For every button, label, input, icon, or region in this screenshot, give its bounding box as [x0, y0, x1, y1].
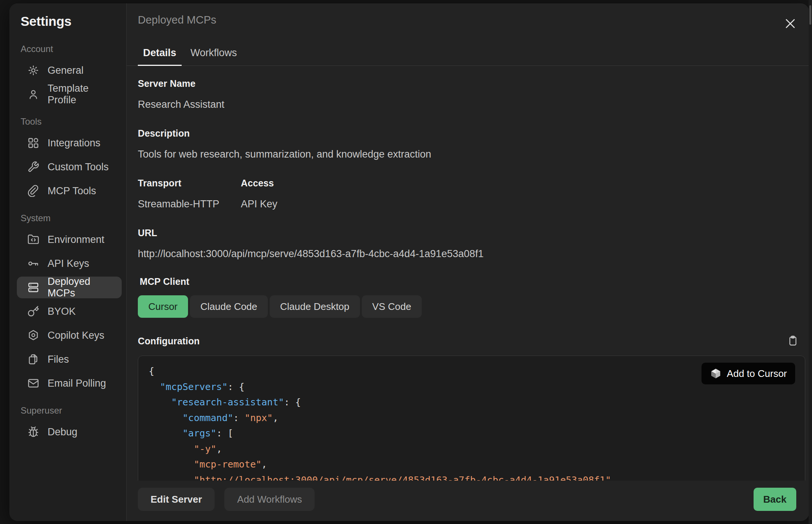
folder-code-icon: [27, 234, 39, 246]
mcp-client-option-claude-code[interactable]: Claude Code: [190, 295, 268, 318]
deployed-mcps-panel: Deployed MCPs Details Workflows Server N…: [127, 3, 809, 521]
url-group: URL http://localhost:3000/api/mcp/serve/…: [138, 228, 805, 260]
add-to-cursor-button[interactable]: Add to Cursor: [702, 363, 795, 384]
settings-title: Settings: [21, 14, 122, 29]
mcp-client-option-vs-code[interactable]: VS Code: [362, 295, 422, 318]
access-label: Access: [241, 178, 278, 189]
paperclip-icon: [27, 185, 39, 197]
sidebar-item-environment[interactable]: Environment: [17, 229, 122, 250]
configuration-json: { "mcpServers": { "research-assistant": …: [149, 363, 794, 481]
sidebar-item-label: Environment: [48, 234, 104, 246]
user-icon: [27, 88, 39, 100]
panel-footer: Edit Server Add Workflows Back: [127, 481, 809, 521]
access-column: Access API Key: [241, 178, 278, 210]
description-value: Tools for web research, summarization, a…: [138, 149, 805, 160]
code-line: "research-assistant": {: [149, 394, 794, 410]
code-line: "mcpServers": {: [149, 379, 794, 395]
mcp-client-option-claude-desktop[interactable]: Claude Desktop: [270, 295, 360, 318]
server-icon: [27, 281, 39, 293]
details-content: Server Name Research Assistant Descripti…: [127, 66, 809, 481]
mail-icon: [27, 377, 39, 389]
sidebar-item-files[interactable]: Files: [17, 348, 122, 370]
description-label: Description: [138, 128, 805, 139]
sidebar-section-superuser: Superuser: [21, 405, 122, 416]
code-line: "command": "npx",: [149, 410, 794, 426]
sidebar-section-account: Account: [21, 44, 122, 54]
sidebar-item-label: Email Polling: [48, 378, 106, 389]
sidebar-item-deployed-mcps[interactable]: Deployed MCPs: [17, 277, 122, 298]
tab-details[interactable]: Details: [138, 42, 182, 66]
description-group: Description Tools for web research, summ…: [138, 128, 805, 160]
tab-workflows[interactable]: Workflows: [185, 42, 242, 66]
settings-sidebar: Settings AccountGeneralTemplate ProfileT…: [9, 3, 127, 521]
sidebar-item-label: General: [48, 65, 84, 76]
copy-configuration-button[interactable]: [786, 333, 800, 349]
cursor-logo-icon: [710, 368, 722, 380]
add-to-cursor-label: Add to Cursor: [727, 368, 787, 380]
server-name-label: Server Name: [138, 78, 805, 89]
transport-column: Transport Streamable-HTTP: [138, 178, 241, 210]
sidebar-item-label: Custom Tools: [48, 161, 109, 173]
sidebar-section-tools: Tools: [21, 116, 122, 127]
sidebar-item-label: Integrations: [48, 137, 100, 149]
code-line: "http://localhost:3000/api/mcp/serve/485…: [149, 472, 794, 481]
configuration-label: Configuration: [138, 336, 200, 347]
code-line: "-y",: [149, 441, 794, 457]
code-line: {: [149, 363, 794, 379]
sidebar-item-integrations[interactable]: Integrations: [17, 132, 122, 154]
mcp-client-label: MCP Client: [140, 276, 805, 287]
sidebar-item-label: BYOK: [48, 306, 76, 317]
sidebar-item-general[interactable]: General: [17, 60, 122, 81]
sidebar-item-custom-tools[interactable]: Custom Tools: [17, 156, 122, 178]
tab-bar: Details Workflows: [127, 42, 809, 66]
edit-server-button[interactable]: Edit Server: [138, 488, 215, 511]
gear-icon: [27, 64, 39, 76]
url-label: URL: [138, 228, 805, 238]
sidebar-item-email-polling[interactable]: Email Polling: [17, 372, 122, 394]
panel-header: Deployed MCPs: [127, 3, 809, 34]
back-button[interactable]: Back: [754, 488, 796, 511]
sidebar-item-label: Debug: [48, 426, 78, 438]
sidebar-item-label: Template Profile: [48, 83, 115, 106]
bug-icon: [27, 426, 39, 438]
key-round-icon: [27, 305, 39, 317]
page-scrollbar[interactable]: [809, 0, 812, 524]
transport-label: Transport: [138, 178, 241, 189]
blocks-icon: [27, 137, 39, 149]
url-value: http://localhost:3000/api/mcp/serve/4853…: [138, 248, 805, 260]
transport-access-group: Transport Streamable-HTTP Access API Key: [138, 178, 805, 210]
sidebar-item-label: Deployed MCPs: [48, 276, 115, 299]
code-line: "mcp-remote",: [149, 457, 794, 472]
clipboard-icon: [787, 335, 799, 346]
configuration-header: Configuration: [138, 333, 805, 349]
panel-title: Deployed MCPs: [138, 14, 216, 26]
code-line: "args": [: [149, 426, 794, 441]
transport-value: Streamable-HTTP: [138, 198, 241, 210]
server-name-group: Server Name Research Assistant: [138, 78, 805, 110]
sidebar-item-api-keys[interactable]: API Keys: [17, 253, 122, 274]
sidebar-item-copilot-keys[interactable]: Copilot Keys: [17, 325, 122, 346]
sidebar-item-label: Copilot Keys: [48, 330, 104, 341]
access-value: API Key: [241, 198, 278, 210]
sidebar-item-label: MCP Tools: [48, 185, 96, 197]
sidebar-item-template-profile[interactable]: Template Profile: [17, 83, 122, 105]
key-icon: [27, 258, 39, 269]
sidebar-section-system: System: [21, 213, 122, 223]
add-workflows-button[interactable]: Add Workflows: [224, 488, 315, 511]
files-icon: [27, 353, 39, 365]
sidebar-item-byok[interactable]: BYOK: [17, 301, 122, 322]
sidebar-item-label: API Keys: [48, 258, 89, 269]
close-button[interactable]: [781, 15, 799, 34]
wrench-icon: [27, 161, 39, 173]
mcp-client-group: MCP Client CursorClaude CodeClaude Deskt…: [140, 276, 805, 318]
configuration-code-block: { "mcpServers": { "research-assistant": …: [138, 356, 805, 481]
scrollbar-thumb[interactable]: [809, 5, 811, 25]
hexagon-target-icon: [27, 329, 39, 341]
sidebar-item-debug[interactable]: Debug: [17, 421, 122, 443]
sidebar-item-mcp-tools[interactable]: MCP Tools: [17, 180, 122, 202]
close-icon: [784, 17, 797, 30]
server-name-value: Research Assistant: [138, 99, 805, 110]
mcp-client-options: CursorClaude CodeClaude DesktopVS Code: [138, 295, 805, 318]
settings-dialog: Settings AccountGeneralTemplate ProfileT…: [9, 3, 809, 521]
mcp-client-option-cursor[interactable]: Cursor: [138, 295, 188, 318]
